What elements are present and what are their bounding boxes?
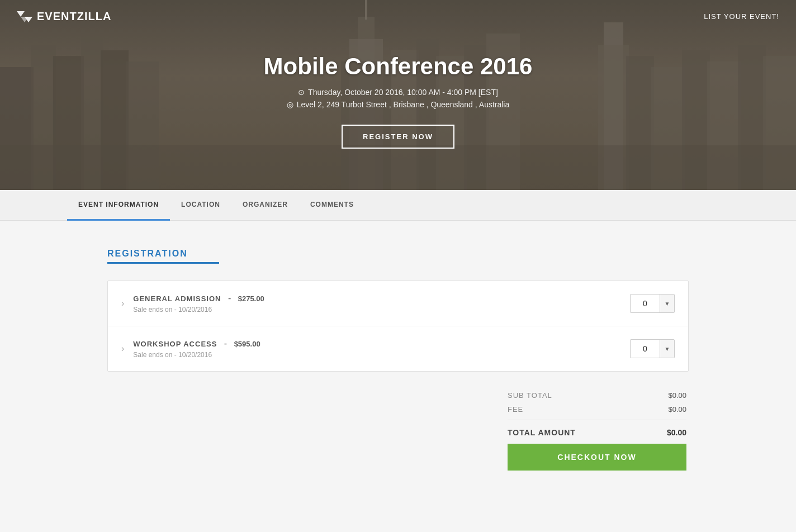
location-icon: ◎ [287, 100, 293, 109]
subtotal-label: SUB TOTAL [508, 391, 552, 400]
ticket-qty-workshop[interactable]: 0 ▼ [630, 339, 675, 358]
grand-total-label: TOTAL AMOUNT [508, 428, 576, 437]
fee-value: $0.00 [653, 405, 686, 414]
ticket-info-workshop: WORKSHOP ACCESS - $595.00 Sale ends on -… [133, 339, 630, 359]
subtotal-row: SUB TOTAL $0.00 [508, 388, 686, 402]
event-title: Mobile Conference 2016 [264, 53, 533, 80]
tabs-bar: EVENT INFORMATION LOCATION ORGANIZER COM… [0, 190, 796, 221]
section-underline [107, 262, 219, 264]
register-now-button[interactable]: REGISTER NOW [342, 125, 454, 149]
hero-section: EVENTZILLA LIST YOUR EVENT! Mobile Confe… [0, 0, 796, 190]
qty-dropdown-general[interactable]: ▼ [660, 294, 674, 312]
chevron-right-icon-general[interactable]: › [121, 298, 124, 308]
tab-event-information[interactable]: EVENT INFORMATION [67, 190, 170, 221]
total-divider [508, 420, 686, 420]
ticket-name-workshop: WORKSHOP ACCESS - $595.00 [133, 339, 630, 349]
tab-comments[interactable]: COMMENTS [299, 190, 365, 221]
hero-content: Mobile Conference 2016 ⊙ Thursday, Octob… [264, 53, 533, 149]
qty-dropdown-workshop[interactable]: ▼ [660, 340, 674, 358]
fee-label: FEE [508, 405, 523, 414]
fee-row: FEE $0.00 [508, 402, 686, 416]
list-event-link[interactable]: LIST YOUR EVENT! [704, 12, 779, 21]
registration-title: REGISTRATION [107, 249, 689, 259]
logo-text: EVENTZILLA [37, 10, 111, 23]
logo-icon [17, 11, 32, 22]
grand-total-row: TOTAL AMOUNT $0.00 [508, 424, 686, 441]
chevron-right-icon-workshop[interactable]: › [121, 344, 124, 354]
ticket-row-workshop: › WORKSHOP ACCESS - $595.00 Sale ends on… [108, 326, 688, 371]
logo: EVENTZILLA [17, 10, 111, 23]
ticket-row-general: › GENERAL ADMISSION - $275.00 Sale ends … [108, 281, 688, 326]
registration-card: › GENERAL ADMISSION - $275.00 Sale ends … [107, 281, 689, 372]
tab-organizer[interactable]: ORGANIZER [231, 190, 299, 221]
totals-section: SUB TOTAL $0.00 FEE $0.00 TOTAL AMOUNT $… [107, 388, 689, 471]
subtotal-value: $0.00 [653, 391, 686, 400]
event-location: ◎ Level 2, 249 Turbot Street , Brisbane … [264, 100, 533, 109]
svg-marker-26 [17, 11, 25, 17]
ticket-sale-general: Sale ends on - 10/20/2016 [133, 306, 630, 314]
clock-icon: ⊙ [298, 88, 305, 97]
ticket-qty-general[interactable]: 0 ▼ [630, 294, 675, 313]
registration-section: REGISTRATION › GENERAL ADMISSION - $275.… [107, 249, 689, 471]
tab-location[interactable]: LOCATION [170, 190, 231, 221]
main-content: REGISTRATION › GENERAL ADMISSION - $275.… [91, 221, 705, 510]
qty-value-general: 0 [631, 299, 660, 308]
event-date: ⊙ Thursday, October 20 2016, 10:00 AM - … [264, 88, 533, 97]
navbar: EVENTZILLA LIST YOUR EVENT! [0, 0, 796, 33]
ticket-name-general: GENERAL ADMISSION - $275.00 [133, 293, 630, 303]
qty-value-workshop: 0 [631, 344, 660, 353]
ticket-sale-workshop: Sale ends on - 10/20/2016 [133, 351, 630, 359]
checkout-button[interactable]: CHECKOUT NOW [508, 444, 686, 471]
grand-total-value: $0.00 [667, 428, 686, 437]
ticket-info-general: GENERAL ADMISSION - $275.00 Sale ends on… [133, 293, 630, 314]
